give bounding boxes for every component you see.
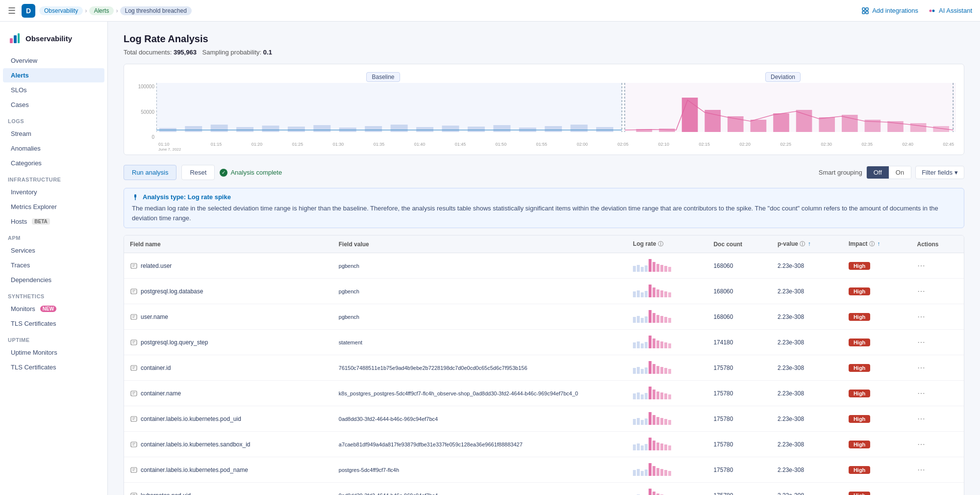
breadcrumb-current: Log threshold breached: [120, 6, 192, 15]
actions-menu-icon[interactable]: ⋯: [917, 440, 925, 448]
svg-rect-135: [649, 412, 652, 425]
actions-menu-icon[interactable]: ⋯: [917, 466, 925, 474]
filter-fields-button[interactable]: Filter fields ▾: [915, 166, 964, 179]
svg-rect-7: [10, 38, 13, 43]
sidebar: Observability Overview Alerts SLOs Cases…: [0, 22, 108, 495]
add-integrations-button[interactable]: Add integrations: [861, 7, 918, 15]
sidebar-item-tls-certificates[interactable]: TLS Certificates: [3, 316, 104, 331]
field-icon: [130, 390, 138, 397]
svg-rect-86: [660, 316, 663, 323]
svg-rect-157: [633, 470, 636, 476]
field-icon: [130, 364, 138, 372]
sidebar-item-stream[interactable]: Stream: [3, 127, 104, 141]
svg-rect-63: [131, 289, 137, 294]
svg-rect-125: [660, 392, 663, 399]
field-name-cell: related.user: [124, 253, 333, 279]
sidebar-item-overview[interactable]: Overview: [3, 53, 104, 68]
svg-rect-99: [660, 341, 663, 348]
svg-rect-149: [653, 441, 655, 450]
actions-menu-icon[interactable]: ⋯: [917, 313, 925, 321]
impact-cell: High: [843, 483, 911, 495]
svg-rect-154: [131, 468, 137, 472]
sidebar-section-infrastructure: Infrastructure Inventory Metrics Explore…: [0, 173, 107, 229]
svg-rect-83: [649, 310, 652, 323]
actions-menu-icon[interactable]: ⋯: [917, 364, 925, 372]
breadcrumb-alerts[interactable]: Alerts: [89, 6, 114, 15]
svg-rect-81: [641, 318, 644, 323]
actions-menu-icon[interactable]: ⋯: [917, 261, 925, 270]
svg-rect-141: [131, 442, 137, 447]
sidebar-item-monitors[interactable]: Monitors NEW: [3, 302, 104, 316]
svg-rect-42: [819, 117, 835, 132]
sidebar-item-slos[interactable]: SLOs: [3, 83, 104, 97]
sidebar-item-uptime-tls[interactable]: TLS Certificates: [3, 360, 104, 374]
sidebar-item-anomalies[interactable]: Anomalies: [3, 141, 104, 156]
impact-badge: High: [849, 313, 870, 321]
field-icon: [130, 492, 138, 495]
actions-menu-icon[interactable]: ⋯: [917, 338, 925, 346]
doc-count-cell: 168060: [707, 279, 772, 304]
doc-count-cell: 175780: [707, 355, 772, 381]
actions-menu-icon[interactable]: ⋯: [917, 287, 925, 295]
actions-cell[interactable]: ⋯: [911, 483, 964, 495]
main-content: Log Rate Analysis Total documents: 395,9…: [108, 22, 980, 495]
svg-rect-136: [653, 415, 655, 425]
y-axis-labels: 100000 50000 0: [132, 83, 156, 147]
field-name-cell: container.name: [124, 381, 333, 406]
svg-rect-26: [416, 127, 433, 132]
actions-cell[interactable]: ⋯: [911, 330, 964, 355]
reset-button[interactable]: Reset: [181, 165, 215, 180]
svg-rect-31: [545, 126, 562, 132]
sidebar-item-hosts[interactable]: Hosts BETA: [3, 214, 104, 229]
actions-cell[interactable]: ⋯: [911, 406, 964, 432]
svg-rect-80: [637, 316, 640, 323]
svg-rect-2: [862, 11, 865, 14]
actions-menu-icon[interactable]: ⋯: [917, 415, 925, 423]
svg-rect-27: [442, 126, 459, 132]
ai-assistant-button[interactable]: AI Assistant: [928, 7, 972, 15]
svg-rect-123: [653, 390, 655, 399]
sidebar-section-infra-label: Infrastructure: [0, 173, 107, 184]
svg-rect-151: [660, 443, 663, 450]
svg-rect-133: [641, 420, 644, 425]
actions-cell[interactable]: ⋯: [911, 279, 964, 304]
svg-rect-88: [668, 318, 671, 323]
svg-rect-46: [910, 123, 927, 132]
actions-cell[interactable]: ⋯: [911, 304, 964, 330]
sidebar-item-inventory[interactable]: Inventory: [3, 185, 104, 199]
actions-cell[interactable]: ⋯: [911, 355, 964, 381]
sidebar-item-uptime-monitors[interactable]: Uptime Monitors: [3, 345, 104, 360]
actions-cell[interactable]: ⋯: [911, 381, 964, 406]
log-rate-cell: [627, 253, 707, 279]
sidebar-item-metrics-explorer[interactable]: Metrics Explorer: [3, 200, 104, 214]
results-table: Field name Field value Log rate ⓘ Doc co…: [124, 235, 964, 495]
svg-rect-71: [653, 287, 655, 297]
actions-menu-icon[interactable]: ⋯: [917, 491, 925, 495]
svg-rect-33: [596, 127, 613, 132]
toggle-on-button[interactable]: On: [889, 166, 911, 179]
doc-count-cell: 174180: [707, 330, 772, 355]
topbar-right: Add integrations AI Assistant: [861, 7, 972, 15]
sidebar-section-logs: Logs Stream Anomalies Categories: [0, 114, 107, 171]
svg-rect-166: [668, 471, 671, 476]
sidebar-item-categories[interactable]: Categories: [3, 156, 104, 170]
actions-cell[interactable]: ⋯: [911, 253, 964, 279]
run-analysis-button[interactable]: Run analysis: [124, 165, 176, 180]
sidebar-item-services[interactable]: Services: [3, 243, 104, 258]
hamburger-icon[interactable]: ☰: [8, 5, 16, 16]
sidebar-item-traces[interactable]: Traces: [3, 258, 104, 272]
actions-cell[interactable]: ⋯: [911, 432, 964, 457]
sidebar-item-cases[interactable]: Cases: [3, 98, 104, 112]
actions-menu-icon[interactable]: ⋯: [917, 389, 925, 397]
monitors-new-badge: NEW: [40, 306, 56, 312]
svg-rect-43: [842, 115, 858, 132]
actions-cell[interactable]: ⋯: [911, 457, 964, 483]
toggle-off-button[interactable]: Off: [867, 166, 889, 179]
svg-rect-89: [131, 340, 137, 345]
svg-point-4: [930, 9, 932, 12]
impact-cell: High: [843, 355, 911, 381]
table-row: container.labels.io.kubernetes.pod_name …: [124, 457, 964, 483]
sidebar-item-dependencies[interactable]: Dependencies: [3, 273, 104, 287]
breadcrumb-observability[interactable]: Observability: [39, 6, 83, 15]
sidebar-item-alerts[interactable]: Alerts: [3, 68, 104, 82]
